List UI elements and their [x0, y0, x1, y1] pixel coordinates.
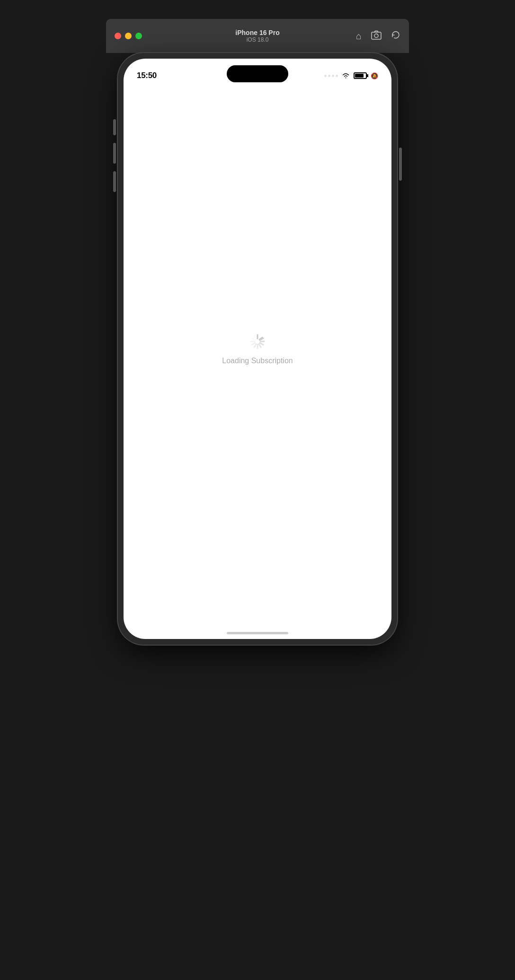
close-button[interactable]	[115, 33, 121, 39]
iphone-screen: 15:50 🔕	[124, 59, 391, 639]
device-title: iPhone 16 Pro iOS 18.0	[235, 29, 279, 43]
signal-icon	[324, 75, 338, 77]
volume-down-button	[113, 171, 116, 192]
battery-icon	[354, 72, 367, 79]
svg-line-10	[252, 343, 255, 345]
svg-line-13	[254, 335, 256, 339]
svg-line-6	[260, 343, 263, 345]
rotate-icon[interactable]	[391, 30, 400, 42]
simulator-toolbar: iPhone 16 Pro iOS 18.0 ⌂	[106, 19, 409, 53]
device-name-label: iPhone 16 Pro	[235, 29, 279, 36]
toolbar-icons: ⌂	[356, 30, 400, 42]
loading-spinner	[249, 333, 266, 350]
home-icon[interactable]: ⌂	[356, 31, 362, 42]
maximize-button[interactable]	[135, 33, 142, 39]
power-button	[399, 148, 402, 181]
silent-switch	[113, 119, 116, 135]
svg-line-9	[254, 344, 256, 347]
screenshot-icon[interactable]	[371, 30, 382, 42]
volume-buttons	[113, 119, 116, 192]
mute-icon: 🔕	[371, 72, 378, 79]
iphone-frame: 15:50 🔕	[118, 53, 397, 645]
status-time: 15:50	[137, 71, 157, 80]
volume-up-button	[113, 143, 116, 164]
svg-point-1	[374, 34, 378, 37]
status-icons: 🔕	[324, 72, 378, 79]
minimize-button[interactable]	[125, 33, 132, 39]
os-version-label: iOS 18.0	[235, 36, 279, 43]
svg-line-7	[259, 344, 261, 347]
traffic-lights	[115, 33, 142, 39]
dynamic-island	[227, 65, 288, 82]
loading-text: Loading Subscription	[222, 357, 293, 365]
app-content: Loading Subscription	[124, 59, 391, 639]
svg-line-12	[252, 338, 255, 340]
loading-container: Loading Subscription	[222, 333, 293, 365]
svg-rect-0	[372, 32, 381, 39]
wifi-icon	[342, 73, 350, 79]
home-indicator	[227, 632, 288, 634]
